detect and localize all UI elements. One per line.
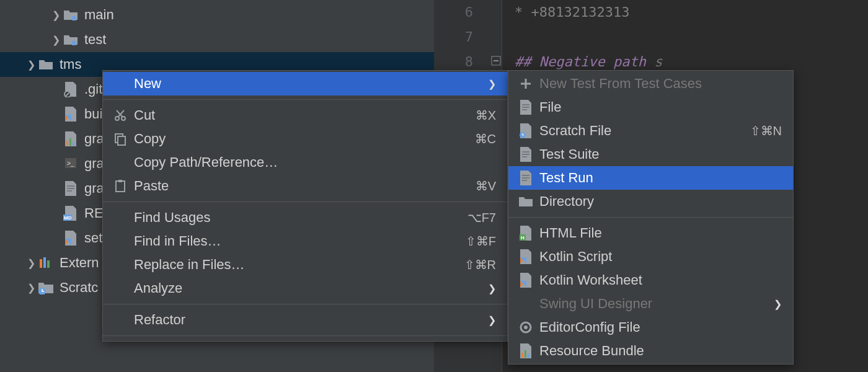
shortcut-label: ⌘C	[475, 131, 496, 146]
menu-item-label: New	[134, 76, 480, 92]
menu-item-label: Kotlin Script	[539, 249, 782, 265]
code-line[interactable]: * +88132132313	[502, 0, 868, 25]
svg-rect-27	[118, 180, 122, 182]
menu-item-analyze[interactable]: Analyze❯	[103, 277, 507, 300]
tree-item-test[interactable]: ❯test	[0, 27, 434, 52]
chevron-right-icon[interactable]: ❯	[25, 257, 37, 269]
menu-item-replace-in-files[interactable]: Replace in Files…⇧⌘R	[103, 253, 507, 277]
line-number: 7	[434, 25, 473, 50]
menu-item-directory[interactable]: Directory	[508, 190, 793, 213]
kotlin-file-icon	[62, 105, 79, 123]
menu-item-kotlin-worksheet[interactable]: Kotlin Worksheet	[508, 268, 793, 292]
shortcut-label: ⌘X	[476, 108, 496, 123]
menu-item-find-in-files[interactable]: Find in Files…⇧⌘F	[103, 229, 507, 253]
tree-item-label: bui	[84, 106, 102, 122]
menu-item-label: Scratch File	[539, 123, 750, 139]
svg-rect-6	[73, 142, 74, 146]
svg-rect-25	[118, 136, 125, 145]
truncate-indicator: s	[654, 54, 662, 69]
menu-item-label: Refactor	[134, 312, 480, 328]
blank-icon	[112, 280, 129, 297]
paste-icon	[112, 177, 129, 195]
folder-source-icon	[62, 6, 79, 24]
menu-item-cut[interactable]: Cut⌘X	[103, 104, 507, 127]
shortcut-label: ⇧⌘N	[750, 123, 782, 138]
menu-item-label: Directory	[539, 193, 782, 210]
svg-rect-4	[66, 141, 68, 146]
blank-icon	[112, 75, 129, 92]
menu-item-new-test-from-test-cases: New Test From Test Cases	[508, 72, 793, 95]
svg-rect-14	[40, 259, 42, 268]
menu-item-resource-bundle[interactable]: Resource Bundle	[508, 339, 793, 363]
chevron-right-icon: ❯	[488, 283, 496, 294]
menu-item-paste[interactable]: Paste⌘V	[103, 174, 507, 198]
menu-separator	[103, 335, 507, 336]
code-line[interactable]	[502, 25, 868, 50]
svg-rect-1	[72, 41, 76, 45]
tree-item-label: set	[84, 230, 102, 246]
menu-item-refactor[interactable]: Refactor❯	[103, 308, 507, 332]
folder-icon	[517, 193, 534, 210]
tree-item-main[interactable]: ❯main	[0, 2, 434, 27]
svg-point-43	[524, 326, 528, 329]
md-file-icon: MD	[62, 205, 79, 222]
chevron-right-icon: ❯	[488, 78, 496, 90]
chevron-right-icon[interactable]: ❯	[50, 34, 62, 46]
menu-item-html-file[interactable]: HHTML File	[508, 221, 793, 245]
menu-item-test-run[interactable]: Test Run	[508, 166, 793, 190]
chevron-right-icon[interactable]: ❯	[25, 59, 37, 71]
menu-item-test-suite[interactable]: Test Suite	[508, 143, 793, 166]
bars-file-icon	[517, 342, 534, 360]
svg-rect-44	[521, 353, 523, 358]
menu-item-label: Resource Bundle	[539, 343, 782, 359]
fold-icon[interactable]	[491, 56, 501, 66]
tree-item-label: test	[84, 32, 106, 48]
svg-text:MD: MD	[64, 215, 72, 221]
blank-icon	[112, 311, 129, 329]
svg-rect-26	[116, 181, 125, 192]
menu-item-label: Replace in Files…	[134, 257, 464, 273]
menu-item-label: Copy Path/Reference…	[134, 154, 496, 170]
menu-item-label: HTML File	[539, 225, 782, 241]
gear-file-icon	[517, 319, 534, 336]
chevron-right-icon: ❯	[774, 298, 782, 310]
folder-source-icon	[62, 31, 79, 48]
shortcut-label: ⇧⌘R	[464, 257, 496, 272]
cut-icon	[112, 107, 129, 124]
svg-text:H: H	[521, 235, 525, 241]
folder-icon	[37, 56, 55, 73]
shortcut-label: ⌥F7	[467, 210, 496, 225]
chevron-right-icon[interactable]: ❯	[25, 282, 37, 294]
menu-item-kotlin-script[interactable]: Kotlin Script	[508, 245, 793, 268]
file-ignored-icon	[62, 81, 79, 98]
menu-item-editorconfig-file[interactable]: EditorConfig File	[508, 316, 793, 339]
kotlin-file-icon	[517, 272, 534, 289]
menu-item-label: Paste	[134, 178, 476, 194]
tree-item-label: gra	[84, 180, 104, 197]
menu-item-copy-path-reference[interactable]: Copy Path/Reference…	[103, 151, 507, 174]
shortcut-label: ⌘V	[476, 179, 496, 193]
chevron-right-icon[interactable]: ❯	[50, 9, 62, 21]
menu-item-copy[interactable]: Copy⌘C	[103, 127, 507, 151]
line-number: 6	[434, 0, 473, 25]
new-submenu[interactable]: New Test From Test CasesFileScratch File…	[508, 70, 794, 365]
tree-item-label: RE	[84, 205, 104, 221]
text-file-icon	[62, 180, 79, 197]
new-test-icon	[517, 75, 534, 92]
code-text: * +88132132313	[515, 4, 629, 20]
svg-rect-16	[47, 260, 50, 268]
menu-item-swing-ui-designer: Swing UI Designer❯	[508, 292, 793, 316]
menu-item-scratch-file[interactable]: Scratch File⇧⌘N	[508, 119, 793, 143]
menu-item-file[interactable]: File	[508, 95, 793, 119]
context-menu[interactable]: New❯Cut⌘XCopy⌘CCopy Path/Reference…Paste…	[102, 70, 508, 342]
bars-file-icon	[62, 130, 79, 148]
menu-item-find-usages[interactable]: Find Usages⌥F7	[103, 206, 507, 229]
copy-icon	[112, 130, 129, 148]
tree-item-label: main	[84, 7, 114, 23]
menu-item-label: Swing UI Designer	[539, 296, 766, 312]
menu-item-label: New Test From Test Cases	[539, 76, 782, 92]
html-file-icon: H	[517, 224, 534, 242]
svg-rect-15	[43, 257, 46, 268]
menu-item-new[interactable]: New❯	[103, 72, 507, 95]
kotlin-file-icon	[62, 229, 79, 247]
